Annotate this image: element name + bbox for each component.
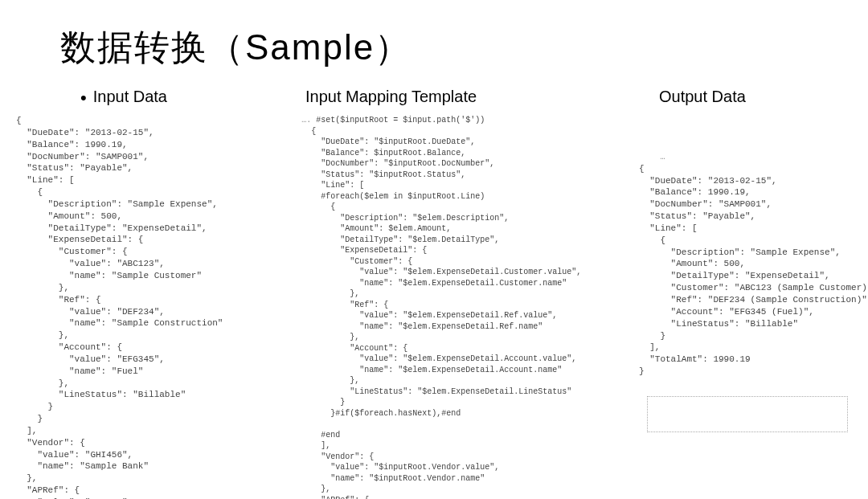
code-columns: { "DueDate": "2013-02-15", "Balance": 19… (0, 115, 868, 499)
mapping-template-code: …. #set($inputRoot = $input.path('$')) {… (301, 115, 628, 499)
output-data-code: … { "DueDate": "2013-02-15", "Balance": … (631, 115, 856, 499)
mapping-code-body: #set($inputRoot = $input.path('$')) { "D… (301, 116, 581, 499)
section-headers: •Input Data Input Mapping Template Outpu… (0, 88, 868, 108)
header-input-data-label: Input Data (93, 88, 167, 105)
input-data-code: { "DueDate": "2013-02-15", "Balance": 19… (16, 115, 298, 499)
ellipsis-prefix: …. (301, 116, 311, 125)
slide-title: 数据转换（Sample） (0, 0, 868, 80)
output-ellipsis: … (660, 153, 665, 162)
header-mapping: Input Mapping Template (305, 88, 643, 108)
header-output: Output Data (643, 88, 746, 108)
header-input-data: •Input Data (0, 88, 305, 108)
dotted-annotation-box (647, 396, 848, 432)
output-code-body: { "DueDate": "2013-02-15", "Balance": 19… (639, 164, 868, 376)
